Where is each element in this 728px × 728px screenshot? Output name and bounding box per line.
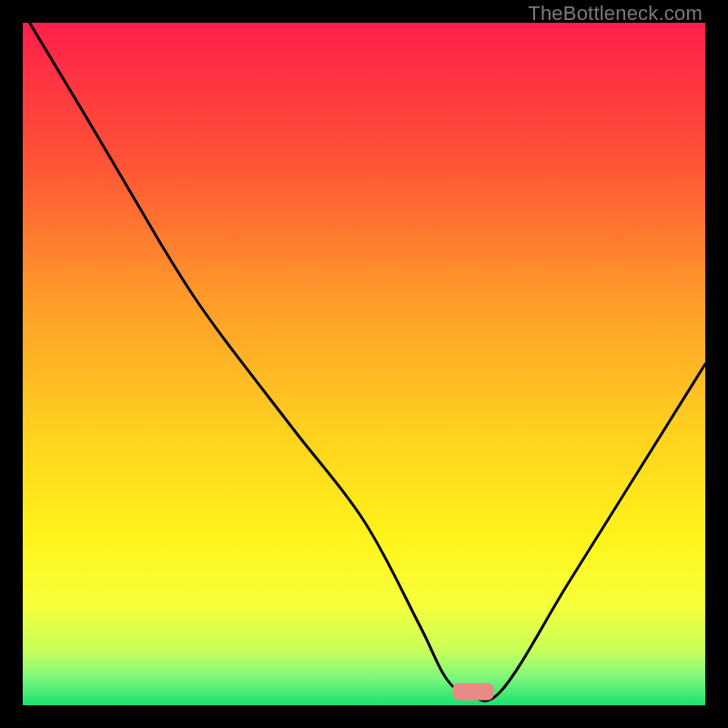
optimal-marker <box>453 683 494 701</box>
gradient-background <box>23 23 705 705</box>
plot-area <box>23 23 705 705</box>
bottleneck-chart <box>23 23 705 705</box>
chart-frame: TheBottleneck.com <box>0 0 728 728</box>
